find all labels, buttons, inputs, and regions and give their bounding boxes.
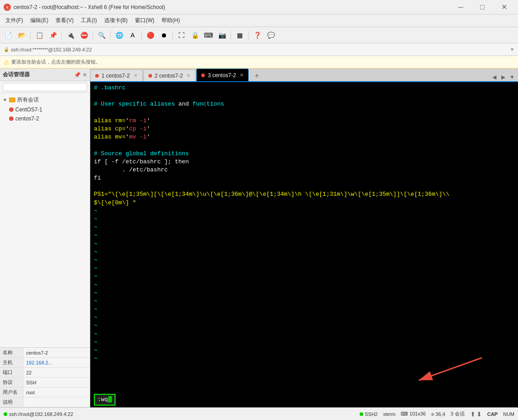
window-controls: ─ □ ✕ xyxy=(450,0,514,14)
close-button[interactable]: ✕ xyxy=(494,0,514,14)
help-button[interactable]: ❓ xyxy=(251,29,264,42)
toolbar-separator-8 xyxy=(248,31,249,40)
fullscreen-button[interactable]: ⛶ xyxy=(175,29,188,42)
menu-file[interactable]: 文件(F) xyxy=(2,15,27,26)
session-label-centos7-1: CentOS7-1 xyxy=(15,106,42,113)
info-value-protocol: SSH xyxy=(23,378,39,387)
terminal-line-15: $\[\e[0m\] " xyxy=(94,199,514,207)
sidebar-close-button[interactable]: ✕ xyxy=(83,72,87,78)
terminal-line-27: ~ xyxy=(94,297,514,305)
keyboard-button[interactable]: ⌨ xyxy=(202,29,215,42)
info-row-host: 主机 192.168.2... xyxy=(0,358,90,368)
add-tab-button[interactable]: + xyxy=(251,70,262,81)
tab-dot-2 xyxy=(148,74,152,78)
info-row-desc: 说明 xyxy=(0,397,90,407)
menu-edit[interactable]: 编辑(E) xyxy=(27,15,52,26)
info-row-name: 名称 centos7-2 xyxy=(0,348,90,358)
warning-icon: ⚠ xyxy=(4,59,9,66)
terminal-line-18: ~ xyxy=(94,223,514,231)
menu-view[interactable]: 查看(V) xyxy=(52,15,77,26)
ssh2-icon xyxy=(360,412,363,416)
session-tree: ▼ 所有会话 CentOS7-1 centos7-2 xyxy=(0,93,90,347)
terminal-line-26: ~ xyxy=(94,289,514,297)
content-area: 1 centos7-2 ✕ 2 centos7-2 ✕ 3 centos7-2 … xyxy=(90,69,518,407)
terminal[interactable]: # .bashrc # User specific aliases and fu… xyxy=(90,82,518,407)
all-sessions-label: 所有会话 xyxy=(17,96,39,104)
sidebar-title: 会话管理器 xyxy=(3,71,30,78)
font-button[interactable]: A xyxy=(126,29,139,42)
num-lock-status: NUM xyxy=(503,411,514,417)
svg-text:X: X xyxy=(6,6,9,9)
terminal-line-22: ~ xyxy=(94,256,514,264)
chat-button[interactable]: 💬 xyxy=(264,29,277,42)
status-right-area: SSH2 xterm ⌨ 101x36 ≡ 36,4 3 会话 ⬆ ⬇ CAP … xyxy=(360,411,514,418)
toolbar-separator-7 xyxy=(231,31,231,40)
terminal-line-19: ~ xyxy=(94,231,514,240)
terminal-line-16: ~ xyxy=(94,207,514,215)
status-pos: ≡ 36,4 xyxy=(431,411,445,417)
tab-next-button[interactable]: ▶ xyxy=(499,73,507,81)
terminal-line-17: ~ xyxy=(94,215,514,223)
terminal-line-30: ~ xyxy=(94,322,514,330)
tab-close-1[interactable]: ✕ xyxy=(134,73,138,78)
info-value-port: 22 xyxy=(23,368,34,377)
tree-root-all-sessions[interactable]: ▼ 所有会话 xyxy=(0,95,90,105)
info-row-port: 端口 22 xyxy=(0,368,90,378)
info-value-username: root xyxy=(23,388,37,397)
info-label-port: 端口 xyxy=(0,368,23,377)
address-dropdown-icon[interactable]: ▼ xyxy=(510,47,514,52)
menu-tools[interactable]: 工具(I) xyxy=(77,15,100,26)
status-size: ⌨ 101x36 xyxy=(401,411,426,417)
toolbar-separator-5 xyxy=(141,31,142,40)
tab-close-3[interactable]: ✕ xyxy=(240,72,244,78)
paste-button[interactable]: 📌 xyxy=(46,29,59,42)
tab-3[interactable]: 3 centos7-2 ✕ xyxy=(196,69,249,81)
toolbar-separator-4 xyxy=(110,31,111,40)
terminal-line-23: ~ xyxy=(94,264,514,272)
minimize-button[interactable]: ─ xyxy=(450,0,471,14)
terminal-line-14: PS1="\[\e[1;35m\][\[\e[1;34m\]\u\[\e[1;3… xyxy=(94,190,514,198)
info-row-protocol: 协议 SSH xyxy=(0,378,90,388)
command-line[interactable]: :wq xyxy=(94,394,116,406)
tab-2[interactable]: 2 centos7-2 ✕ xyxy=(143,69,196,81)
sidebar-pin-button[interactable]: 📌 xyxy=(74,72,81,78)
tab-prev-button[interactable]: ◀ xyxy=(490,73,498,81)
maximize-button[interactable]: □ xyxy=(472,0,493,14)
sidebar-item-centos7-1[interactable]: CentOS7-1 xyxy=(0,105,90,114)
menu-help[interactable]: 帮助(H) xyxy=(158,15,184,26)
menu-tabs[interactable]: 选项卡(B) xyxy=(101,15,131,26)
search-button[interactable]: 🔍 xyxy=(95,29,108,42)
menu-window[interactable]: 窗口(W) xyxy=(131,15,158,26)
info-panel: 名称 centos7-2 主机 192.168.2... 端口 22 协议 SS… xyxy=(0,347,90,407)
address-text: ssh://root:********@192.168.249.4:22 xyxy=(11,47,508,52)
compose-button[interactable]: 🌐 xyxy=(113,29,125,42)
lock-button[interactable]: 🔒 xyxy=(189,29,201,42)
tab-1[interactable]: 1 centos7-2 ✕ xyxy=(90,69,143,81)
stop-button[interactable]: 🔴 xyxy=(144,29,157,42)
sidebar-search-input[interactable] xyxy=(3,83,87,91)
terminal-line-20: ~ xyxy=(94,240,514,248)
tab-close-2[interactable]: ✕ xyxy=(186,73,190,78)
info-label-host: 主机 xyxy=(0,358,23,367)
cursor xyxy=(108,396,112,402)
layout-button[interactable]: ▦ xyxy=(233,29,246,42)
prev-session-button[interactable]: ⬆ xyxy=(470,411,476,418)
terminal-line-32: ~ xyxy=(94,338,514,346)
new-session-button[interactable]: 📄 xyxy=(2,29,14,42)
terminal-line-9: # Source global definitions xyxy=(94,150,514,158)
next-session-button[interactable]: ⬇ xyxy=(476,411,482,418)
sidebar-item-centos7-2[interactable]: centos7-2 xyxy=(0,114,90,123)
terminal-line-11: . /etc/bashrc xyxy=(94,166,514,174)
terminal-line-21: ~ xyxy=(94,248,514,256)
open-button[interactable]: 📂 xyxy=(15,29,28,42)
sidebar-search-area xyxy=(0,81,90,93)
disconnect-button[interactable]: ⛔ xyxy=(78,29,90,42)
connect-button[interactable]: 🔌 xyxy=(64,29,77,42)
copy-button[interactable]: 📋 xyxy=(33,29,46,42)
main-area: 会话管理器 📌 ✕ ▼ 所有会话 CentOS7-1 centos7-2 xyxy=(0,69,518,407)
hint-text: 要添加当前会话，点击左侧的箭头按钮。 xyxy=(11,59,101,65)
screenshot-button[interactable]: 📷 xyxy=(216,29,228,42)
tab-menu-button[interactable]: ▼ xyxy=(508,73,516,81)
record-button[interactable]: ⏺ xyxy=(157,29,170,42)
vim-command-text[interactable]: :wq xyxy=(94,394,116,406)
